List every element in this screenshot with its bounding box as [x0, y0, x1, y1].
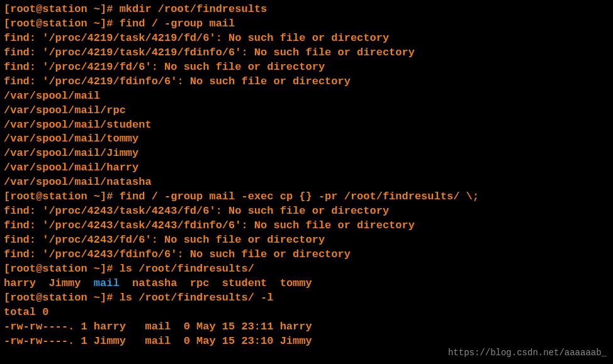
watermark-text: https://blog.csdn.net/aaaaaab_: [448, 347, 607, 359]
terminal-line: /var/spool/mail/student: [4, 118, 609, 133]
terminal-output[interactable]: [root@station ~]# mkdir /root/findresult…: [4, 3, 609, 349]
terminal-line: find: '/proc/4219/fd/6': No such file or…: [4, 60, 609, 75]
terminal-line: /var/spool/mail/natasha: [4, 175, 609, 190]
shell-command: find / -group mail -exec cp {} -pr /root…: [120, 190, 479, 202]
file-name: harry Jimmy: [4, 277, 94, 289]
terminal-line: total 0: [4, 306, 609, 320]
terminal-line: [root@station ~]# ls /root/findresults/: [4, 262, 609, 277]
shell-prompt: [root@station ~]#: [4, 292, 120, 304]
terminal-line: /var/spool/mail: [4, 89, 609, 104]
terminal-line: /var/spool/mail/harry: [4, 161, 609, 175]
terminal-line: find: '/proc/4243/fdinfo/6': No such fil…: [4, 248, 609, 262]
terminal-line: [root@station ~]# find / -group mail: [4, 17, 609, 31]
terminal-line: find: '/proc/4243/task/4243/fdinfo/6': N…: [4, 219, 609, 233]
directory-name: mail: [94, 277, 120, 289]
terminal-line: -rw-rw----. 1 harry mail 0 May 15 23:11 …: [4, 320, 609, 334]
shell-prompt: [root@station ~]#: [4, 3, 120, 15]
shell-prompt: [root@station ~]#: [4, 18, 120, 30]
terminal-line: [root@station ~]# ls /root/findresults/ …: [4, 291, 609, 306]
terminal-line: [root@station ~]# find / -group mail -ex…: [4, 190, 609, 204]
shell-prompt: [root@station ~]#: [4, 263, 120, 275]
terminal-line: [root@station ~]# mkdir /root/findresult…: [4, 3, 609, 17]
terminal-line: find: '/proc/4219/fdinfo/6': No such fil…: [4, 75, 609, 89]
terminal-line: harry Jimmy mail natasha rpc student tom…: [4, 277, 609, 291]
terminal-line: /var/spool/mail/rpc: [4, 104, 609, 118]
terminal-line: /var/spool/mail/Jimmy: [4, 146, 609, 161]
terminal-line: -rw-rw----. 1 Jimmy mail 0 May 15 23:10 …: [4, 334, 609, 349]
terminal-line: find: '/proc/4219/task/4219/fdinfo/6': N…: [4, 46, 609, 60]
terminal-line: find: '/proc/4243/task/4243/fd/6': No su…: [4, 204, 609, 219]
shell-command: ls /root/findresults/: [120, 263, 254, 275]
terminal-line: find: '/proc/4219/task/4219/fd/6': No su…: [4, 31, 609, 46]
file-name: natasha rpc student tommy: [120, 277, 312, 289]
terminal-line: /var/spool/mail/tommy: [4, 132, 609, 146]
shell-prompt: [root@station ~]#: [4, 190, 120, 202]
shell-command: ls /root/findresults/ -l: [120, 292, 274, 304]
shell-command: mkdir /root/findresults: [120, 3, 267, 15]
shell-command: find / -group mail: [120, 18, 235, 30]
terminal-line: find: '/proc/4243/fd/6': No such file or…: [4, 233, 609, 248]
